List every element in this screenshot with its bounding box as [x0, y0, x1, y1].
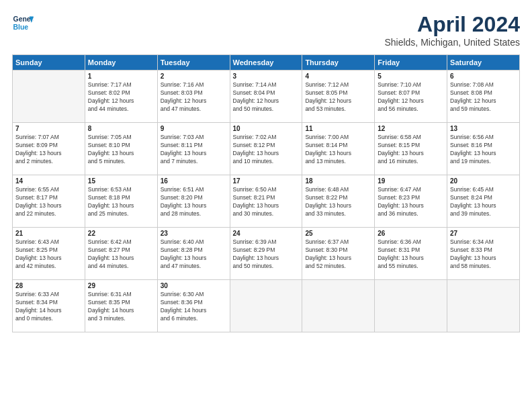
day-number: 11 [305, 125, 371, 132]
cell-line: Sunrise: 7:16 AM [161, 81, 227, 89]
day-number: 25 [305, 230, 371, 237]
cell-line: and 13 minutes. [305, 158, 371, 166]
weekday-header-friday: Friday [375, 55, 447, 71]
calendar-cell: 20Sunrise: 6:45 AMSunset: 8:24 PMDayligh… [447, 175, 520, 228]
day-number: 15 [88, 177, 154, 185]
weekday-header-saturday: Saturday [447, 55, 520, 71]
cell-line: and 47 minutes. [161, 105, 227, 113]
day-number: 27 [450, 230, 517, 237]
day-number: 26 [378, 230, 444, 237]
cell-line: Daylight: 13 hours [378, 150, 444, 158]
calendar-cell: 29Sunrise: 6:31 AMSunset: 8:35 PMDayligh… [85, 280, 157, 332]
cell-line: and 50 minutes. [233, 263, 300, 271]
calendar-cell: 14Sunrise: 6:55 AMSunset: 8:17 PMDayligh… [13, 175, 85, 228]
cell-line: Sunset: 8:09 PM [15, 142, 82, 150]
calendar-cell: 9Sunrise: 7:03 AMSunset: 8:11 PMDaylight… [157, 123, 230, 175]
calendar-cell: 16Sunrise: 6:51 AMSunset: 8:20 PMDayligh… [157, 175, 230, 228]
calendar-cell: 26Sunrise: 6:36 AMSunset: 8:31 PMDayligh… [375, 228, 447, 280]
cell-line: Daylight: 12 hours [305, 97, 371, 105]
cell-line: Sunset: 8:12 PM [233, 142, 300, 150]
calendar-cell: 5Sunrise: 7:10 AMSunset: 8:07 PMDaylight… [375, 71, 447, 123]
cell-line: and 30 minutes. [233, 210, 300, 218]
cell-line: Sunset: 8:28 PM [161, 246, 227, 255]
cell-line: Sunset: 8:23 PM [378, 194, 444, 202]
calendar-cell [302, 280, 375, 332]
cell-line: Sunset: 8:20 PM [161, 194, 227, 202]
calendar-cell: 15Sunrise: 6:53 AMSunset: 8:18 PMDayligh… [85, 175, 157, 228]
cell-line: Daylight: 12 hours [450, 97, 517, 105]
calendar-cell: 23Sunrise: 6:40 AMSunset: 8:28 PMDayligh… [157, 228, 230, 280]
cell-line: Daylight: 13 hours [161, 255, 227, 263]
cell-line: Sunset: 8:24 PM [450, 194, 517, 202]
cell-line: Sunrise: 7:12 AM [305, 81, 371, 89]
cell-line: and 50 minutes. [233, 105, 300, 113]
weekday-header-monday: Monday [85, 55, 157, 71]
day-number: 24 [233, 230, 300, 237]
cell-line: Sunset: 8:05 PM [305, 89, 371, 97]
day-number: 8 [88, 125, 154, 132]
cell-line: Sunset: 8:04 PM [233, 89, 300, 97]
cell-line: Sunrise: 6:43 AM [15, 238, 82, 246]
cell-line: Sunset: 8:11 PM [161, 142, 227, 150]
cell-line: Sunrise: 6:55 AM [15, 186, 82, 194]
cell-line: and 36 minutes. [378, 210, 444, 218]
calendar-subtitle: Shields, Michigan, United States [384, 37, 520, 48]
day-number: 29 [88, 282, 154, 289]
calendar-cell: 27Sunrise: 6:34 AMSunset: 8:33 PMDayligh… [447, 228, 520, 280]
day-number: 23 [161, 230, 227, 237]
cell-line: Daylight: 13 hours [233, 150, 300, 158]
calendar-cell: 1Sunrise: 7:17 AMSunset: 8:02 PMDaylight… [85, 71, 157, 123]
cell-line: and 44 minutes. [88, 105, 154, 113]
day-number: 17 [233, 177, 300, 185]
cell-line: Daylight: 13 hours [161, 202, 227, 210]
calendar-cell: 7Sunrise: 7:07 AMSunset: 8:09 PMDaylight… [13, 123, 85, 175]
day-number: 22 [88, 230, 154, 237]
day-number: 7 [15, 125, 82, 132]
cell-line: Daylight: 13 hours [378, 255, 444, 263]
calendar-cell: 3Sunrise: 7:14 AMSunset: 8:04 PMDaylight… [230, 71, 302, 123]
day-number: 21 [15, 230, 82, 237]
calendar-cell: 22Sunrise: 6:42 AMSunset: 8:27 PMDayligh… [85, 228, 157, 280]
cell-line: Sunrise: 6:47 AM [378, 186, 444, 194]
cell-line: and 56 minutes. [378, 105, 444, 113]
calendar-cell: 6Sunrise: 7:08 AMSunset: 8:08 PMDaylight… [447, 71, 520, 123]
cell-line: Daylight: 12 hours [88, 97, 154, 105]
calendar-cell [230, 280, 302, 332]
cell-line: and 5 minutes. [88, 158, 154, 166]
day-number: 5 [378, 73, 444, 80]
cell-line: and 22 minutes. [15, 210, 82, 218]
day-number: 1 [88, 73, 154, 80]
cell-line: and 55 minutes. [378, 263, 444, 271]
cell-line: Sunrise: 6:37 AM [305, 238, 371, 246]
weekday-header-sunday: Sunday [13, 55, 85, 71]
cell-line: Daylight: 13 hours [15, 255, 82, 263]
cell-line: and 28 minutes. [161, 210, 227, 218]
cell-line: Sunset: 8:22 PM [305, 194, 371, 202]
cell-line: Sunrise: 7:00 AM [305, 134, 371, 142]
title-block: April 2024 Shields, Michigan, United Sta… [384, 12, 520, 48]
cell-line: Sunrise: 7:07 AM [15, 134, 82, 142]
calendar-cell [375, 280, 447, 332]
cell-line: Sunrise: 7:03 AM [161, 134, 227, 142]
cell-line: Daylight: 13 hours [233, 255, 300, 263]
svg-text:Blue: Blue [13, 24, 29, 31]
cell-line: Sunset: 8:35 PM [88, 299, 154, 307]
cell-line: and 33 minutes. [305, 210, 371, 218]
cell-line: and 10 minutes. [233, 158, 300, 166]
cell-line: Daylight: 12 hours [378, 97, 444, 105]
cell-line: and 16 minutes. [378, 158, 444, 166]
cell-line: Sunset: 8:07 PM [378, 89, 444, 97]
calendar-cell: 4Sunrise: 7:12 AMSunset: 8:05 PMDaylight… [302, 71, 375, 123]
calendar-table: SundayMondayTuesdayWednesdayThursdayFrid… [12, 54, 520, 332]
cell-line: Daylight: 13 hours [450, 150, 517, 158]
cell-line: and 3 minutes. [88, 315, 154, 323]
cell-line: Daylight: 12 hours [233, 97, 300, 105]
calendar-cell: 30Sunrise: 6:30 AMSunset: 8:36 PMDayligh… [157, 280, 230, 332]
day-number: 28 [15, 282, 82, 289]
day-number: 9 [161, 125, 227, 132]
cell-line: Sunrise: 6:42 AM [88, 238, 154, 246]
day-number: 14 [15, 177, 82, 185]
cell-line: and 59 minutes. [450, 105, 517, 113]
cell-line: Daylight: 13 hours [378, 202, 444, 210]
cell-line: Sunset: 8:08 PM [450, 89, 517, 97]
